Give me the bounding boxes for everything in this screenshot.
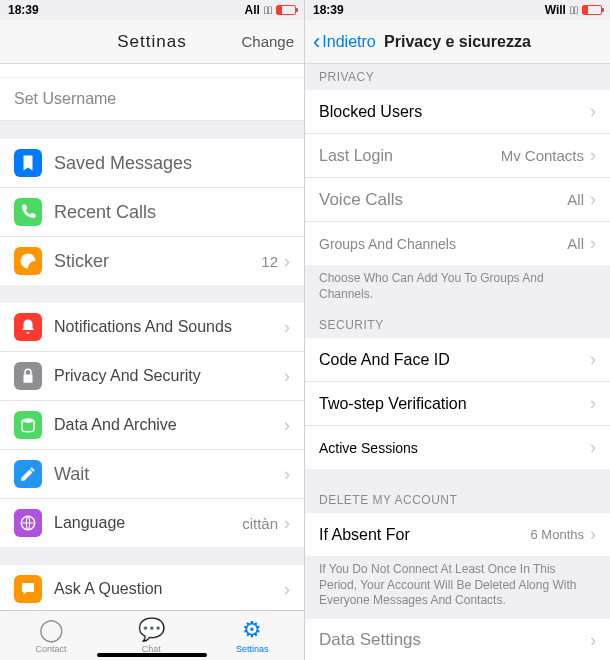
- blocked-users-row[interactable]: Blocked Users ›: [305, 90, 610, 134]
- status-carrier: All: [245, 3, 260, 17]
- delete-footer: If You Do Not Connect At Least Once In T…: [305, 556, 610, 619]
- notifications-label: Notifications And Sounds: [54, 318, 284, 336]
- set-username-label: Set Username: [14, 90, 116, 107]
- status-time: 18:39: [8, 3, 39, 17]
- appearance-row[interactable]: Wait ›: [0, 450, 304, 499]
- active-sessions-row[interactable]: Active Sessions ›: [305, 426, 610, 469]
- settings-screen: 18:39 All ◉᷁ Settinas Change Set Usernam…: [0, 0, 305, 660]
- absent-label: If Absent For: [319, 526, 531, 544]
- tab-settings-label: Settinas: [236, 644, 269, 654]
- data-row[interactable]: Data And Archive ›: [0, 401, 304, 450]
- notifications-row[interactable]: Notifications And Sounds ›: [0, 303, 304, 352]
- voice-calls-label: Voice Calls: [319, 190, 567, 210]
- delete-header: DELETE MY ACCOUNT: [305, 487, 610, 513]
- chevron-right-icon: ›: [284, 513, 290, 534]
- recent-calls-label: Recent Calls: [54, 202, 290, 223]
- globe-icon: [14, 509, 42, 537]
- svg-point-0: [22, 418, 34, 423]
- blocked-users-label: Blocked Users: [319, 103, 590, 121]
- voice-calls-value: All: [567, 191, 584, 208]
- chat-tab-icon: 💬: [138, 617, 165, 643]
- chevron-right-icon: ›: [590, 145, 596, 166]
- last-login-value: Mv Contacts: [501, 147, 584, 164]
- tab-contacts-label: Contact: [36, 644, 67, 654]
- groups-label: Groups And Channels: [319, 236, 567, 252]
- chevron-right-icon: ›: [284, 464, 290, 485]
- groups-value: All: [567, 235, 584, 252]
- absent-row[interactable]: If Absent For 6 Months ›: [305, 513, 610, 556]
- two-step-label: Two-step Verification: [319, 395, 590, 413]
- gear-icon: ⚙: [242, 617, 262, 643]
- recent-calls-row[interactable]: Recent Calls: [0, 188, 304, 237]
- database-icon: [14, 411, 42, 439]
- nav-bar: ‹ Indietro Privacy e sicurezza: [305, 20, 610, 64]
- saved-messages-row[interactable]: Saved Messages: [0, 139, 304, 188]
- chevron-right-icon: ›: [590, 189, 596, 210]
- chevron-right-icon: ›: [284, 317, 290, 338]
- settings-content[interactable]: Set Username Saved Messages Recent Calls…: [0, 64, 304, 610]
- privacy-footer: Choose Who Can Add You To Groups And Cha…: [305, 265, 610, 312]
- sticker-icon: [14, 247, 42, 275]
- nav-bar: Settinas Change: [0, 20, 304, 64]
- bookmark-icon: [14, 149, 42, 177]
- bell-icon: [14, 313, 42, 341]
- chevron-right-icon: ›: [284, 366, 290, 387]
- groups-row[interactable]: Groups And Channels All ›: [305, 222, 610, 265]
- chevron-right-icon: ›: [284, 251, 290, 272]
- last-login-row[interactable]: Last Login Mv Contacts ›: [305, 134, 610, 178]
- chevron-right-icon: ›: [590, 524, 596, 545]
- phone-icon: [14, 198, 42, 226]
- last-login-label: Last Login: [319, 147, 501, 165]
- chevron-right-icon: ›: [590, 233, 596, 254]
- privacy-label: Privacy And Security: [54, 367, 284, 385]
- language-value: cittàn: [242, 515, 278, 532]
- set-username-row[interactable]: Set Username: [0, 78, 304, 121]
- edit-button[interactable]: Change: [241, 33, 294, 50]
- sticker-label: Sticker: [54, 251, 261, 272]
- tab-settings[interactable]: ⚙ Settinas: [236, 617, 269, 654]
- chevron-left-icon: ‹: [313, 29, 320, 55]
- tab-contacts[interactable]: ◯ Contact: [36, 617, 67, 654]
- language-label: Language: [54, 514, 242, 532]
- lock-icon: [14, 362, 42, 390]
- status-carrier: Will: [545, 3, 566, 17]
- privacy-header: PRIVACY: [305, 64, 610, 90]
- pencil-icon: [14, 460, 42, 488]
- ask-question-row[interactable]: Ask A Question ›: [0, 565, 304, 610]
- status-time: 18:39: [313, 3, 344, 17]
- tab-chat[interactable]: 💬 Chat: [138, 617, 165, 654]
- privacy-content[interactable]: PRIVACY Blocked Users › Last Login Mv Co…: [305, 64, 610, 660]
- wifi-icon: ◉᷁: [264, 4, 272, 16]
- chevron-right-icon: ›: [590, 630, 596, 651]
- status-bar: 18:39 All ◉᷁: [0, 0, 304, 20]
- active-sessions-label: Active Sessions: [319, 440, 590, 456]
- wifi-icon: ◉᷁: [570, 4, 578, 16]
- language-row[interactable]: Language cittàn ›: [0, 499, 304, 547]
- chevron-right-icon: ›: [284, 579, 290, 600]
- data-settings-label: Data Settings: [319, 630, 590, 650]
- privacy-row[interactable]: Privacy And Security ›: [0, 352, 304, 401]
- back-label: Indietro: [322, 33, 375, 51]
- two-step-row[interactable]: Two-step Verification ›: [305, 382, 610, 426]
- privacy-screen: 18:39 Will ◉᷁ ‹ Indietro Privacy e sicur…: [305, 0, 610, 660]
- saved-messages-label: Saved Messages: [54, 153, 290, 174]
- status-bar: 18:39 Will ◉᷁: [305, 0, 610, 20]
- sticker-row[interactable]: Sticker 12 ›: [0, 237, 304, 285]
- appearance-label: Wait: [54, 464, 284, 485]
- chevron-right-icon: ›: [590, 393, 596, 414]
- ask-question-label: Ask A Question: [54, 580, 284, 598]
- chevron-right-icon: ›: [590, 349, 596, 370]
- back-button[interactable]: ‹ Indietro: [313, 29, 376, 55]
- data-label: Data And Archive: [54, 416, 284, 434]
- home-indicator: [97, 653, 207, 657]
- absent-value: 6 Months: [531, 527, 584, 542]
- voice-calls-row[interactable]: Voice Calls All ›: [305, 178, 610, 222]
- battery-icon: [276, 5, 296, 15]
- profile-strip: [0, 64, 304, 78]
- code-faceid-label: Code And Face ID: [319, 351, 590, 369]
- code-faceid-row[interactable]: Code And Face ID ›: [305, 338, 610, 382]
- chevron-right-icon: ›: [590, 101, 596, 122]
- nav-title: Settinas: [117, 32, 186, 52]
- data-settings-row[interactable]: Data Settings ›: [305, 619, 610, 660]
- chevron-right-icon: ›: [590, 437, 596, 458]
